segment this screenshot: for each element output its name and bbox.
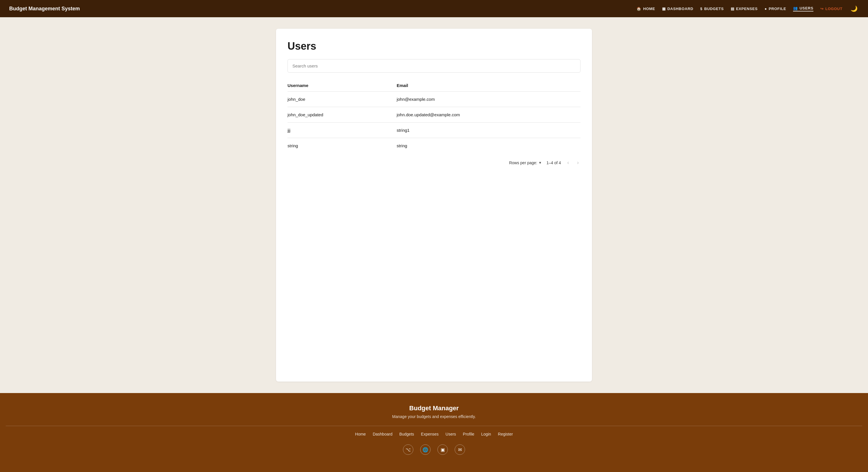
- email-icon[interactable]: ✉: [455, 444, 465, 455]
- footer-icons: ⌥🌐▣✉: [6, 444, 862, 455]
- footer-link-budgets[interactable]: Budgets: [399, 432, 414, 436]
- cell-email: string1: [397, 123, 581, 138]
- footer-link-users[interactable]: Users: [445, 432, 456, 436]
- nav-users[interactable]: 👥 USERS: [793, 6, 813, 11]
- theme-toggle-button[interactable]: 🌙: [849, 4, 859, 13]
- users-table: Username Email john_doe john@example.com…: [287, 80, 581, 153]
- table-row: john_doe john@example.com: [287, 92, 581, 107]
- table-row: jjj string1: [287, 123, 581, 138]
- cell-username: john_doe_updated: [287, 107, 397, 123]
- rows-per-page-label: Rows per page:: [509, 160, 537, 165]
- footer-divider: [6, 426, 862, 426]
- box-icon[interactable]: ▣: [437, 444, 448, 455]
- cell-email: john.doe.updated@example.com: [397, 107, 581, 123]
- nav-logout[interactable]: ↪ LOGOUT: [820, 7, 842, 11]
- footer-tagline: Manage your budgets and expenses efficie…: [6, 414, 862, 419]
- col-username: Username: [287, 80, 397, 92]
- pagination: Rows per page: ▼ 1–4 of 4 ‹ ›: [287, 159, 581, 166]
- cell-email: john@example.com: [397, 92, 581, 107]
- cell-username: jjj: [287, 123, 397, 138]
- nav-budgets[interactable]: $ BUDGETS: [700, 7, 724, 11]
- cell-username: john_doe: [287, 92, 397, 107]
- dashboard-icon: ▦: [662, 7, 666, 11]
- users-card: Users Username Email john_doe john@examp…: [276, 29, 592, 382]
- footer-link-expenses[interactable]: Expenses: [421, 432, 439, 436]
- page-title: Users: [287, 40, 581, 52]
- search-input[interactable]: [287, 59, 581, 73]
- nav-profile[interactable]: ● PROFILE: [765, 7, 786, 11]
- table-row: string string: [287, 138, 581, 154]
- main-content: Users Username Email john_doe john@examp…: [0, 17, 868, 393]
- nav-dashboard[interactable]: ▦ DASHBOARD: [662, 7, 693, 11]
- footer-link-home[interactable]: Home: [355, 432, 366, 436]
- footer-link-register[interactable]: Register: [498, 432, 513, 436]
- footer-links: HomeDashboardBudgetsExpensesUsersProfile…: [6, 432, 862, 436]
- globe-icon[interactable]: 🌐: [420, 444, 431, 455]
- github-icon[interactable]: ⌥: [403, 444, 413, 455]
- nav-brand: Budget Management System: [9, 6, 80, 12]
- cell-username: string: [287, 138, 397, 154]
- users-icon: 👥: [793, 6, 798, 10]
- table-row: john_doe_updated john.doe.updated@exampl…: [287, 107, 581, 123]
- home-icon: 🏠: [637, 7, 641, 11]
- page-info: 1–4 of 4: [546, 160, 561, 165]
- footer-link-dashboard[interactable]: Dashboard: [373, 432, 393, 436]
- footer-brand: Budget Manager: [6, 405, 862, 412]
- nav-home[interactable]: 🏠 HOME: [637, 7, 655, 11]
- budgets-icon: $: [700, 7, 703, 11]
- nav-links: 🏠 HOME ▦ DASHBOARD $ BUDGETS ▤ EXPENSES …: [637, 4, 859, 13]
- footer: Budget Manager Manage your budgets and e…: [0, 393, 868, 472]
- logout-icon: ↪: [820, 7, 824, 11]
- prev-page-button[interactable]: ‹: [565, 159, 571, 166]
- footer-link-login[interactable]: Login: [481, 432, 491, 436]
- footer-link-profile[interactable]: Profile: [463, 432, 474, 436]
- profile-icon: ●: [765, 7, 767, 11]
- navbar: Budget Management System 🏠 HOME ▦ DASHBO…: [0, 0, 868, 17]
- expenses-icon: ▤: [731, 7, 735, 11]
- nav-expenses[interactable]: ▤ EXPENSES: [731, 7, 758, 11]
- cell-email: string: [397, 138, 581, 154]
- chevron-down-icon: ▼: [538, 161, 542, 165]
- next-page-button[interactable]: ›: [575, 159, 581, 166]
- rows-per-page-control: Rows per page: ▼: [509, 160, 542, 165]
- col-email: Email: [397, 80, 581, 92]
